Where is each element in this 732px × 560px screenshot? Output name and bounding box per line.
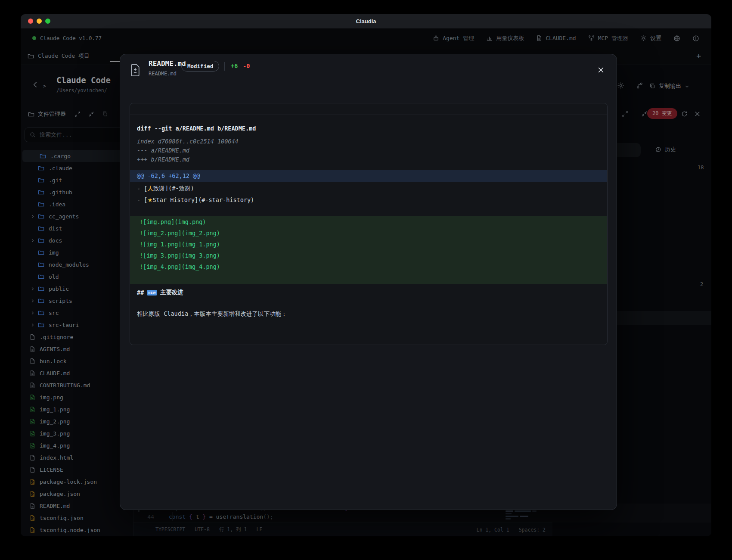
- diff-added-line: ![img_4.png](img_4.png): [130, 261, 607, 272]
- diff-added-block: ![img.png](img.png)![img_2.png](img_2.pn…: [130, 216, 607, 284]
- modal-subtitle: README.md: [149, 71, 177, 77]
- diff-added-line: ![img_1.png](img_1.png): [130, 239, 607, 250]
- close-modal-button[interactable]: [597, 66, 605, 75]
- desktop: Claudia Claude Code v1.0.77 Agent 管理用量仪表…: [0, 0, 732, 560]
- new-emoji: NEW: [147, 290, 157, 296]
- diff-meta-line: index d76086f..c0c2514 100644: [130, 137, 607, 146]
- divider: [224, 62, 225, 71]
- diff-added-line: ![img_2.png](img_2.png): [130, 227, 607, 239]
- star-emoji: ★: [147, 196, 152, 203]
- divider: [130, 115, 607, 115]
- modified-badge: Modified: [181, 61, 219, 72]
- close-window-button[interactable]: [28, 19, 33, 24]
- app-window: Claudia Claude Code v1.0.77 Agent 管理用量仪表…: [21, 14, 711, 536]
- diff-paragraph-line: 相比原版 Claudia，本版本主要新增和改进了以下功能：: [130, 308, 607, 320]
- deletions-count: -0: [243, 62, 250, 69]
- modal-title: README.md: [149, 59, 186, 68]
- diff-meta-line: +++ b/README.md: [130, 155, 607, 164]
- window-title: Claudia: [356, 18, 376, 25]
- pray-emoji: 人: [147, 185, 153, 193]
- diff-meta-line: --- a/README.md: [130, 146, 607, 155]
- diff-modal: README.md README.md Modified +6 -0 diff …: [120, 54, 617, 510]
- diff-hunk-line: @@ -62,6 +62,12 @@: [130, 170, 607, 182]
- file-diff-icon: [130, 64, 141, 78]
- diff-context-line: - [人 致谢](#-致谢): [130, 183, 607, 194]
- diff-header-line: diff --git a/README.md b/README.md: [130, 124, 607, 133]
- minimize-window-button[interactable]: [37, 19, 42, 24]
- diff-viewer: diff --git a/README.md b/README.md index…: [130, 103, 608, 345]
- titlebar: Claudia: [21, 14, 711, 28]
- diff-context-line: - [★ Star History](#-star-history): [130, 194, 607, 205]
- diff-heading-line: ## NEW 主要改进: [130, 287, 607, 298]
- diff-added-line: ![img.png](img.png): [130, 216, 607, 227]
- additions-count: +6: [231, 62, 238, 69]
- zoom-window-button[interactable]: [45, 19, 50, 24]
- diff-added-line: ![img_3.png](img_3.png): [130, 250, 607, 261]
